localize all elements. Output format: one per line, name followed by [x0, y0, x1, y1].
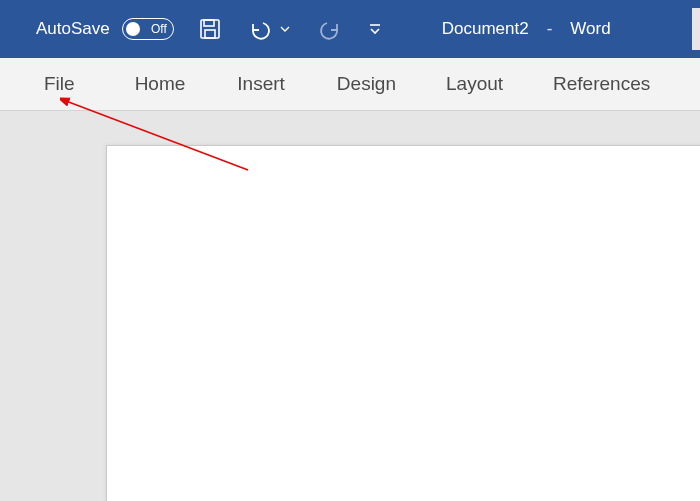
window-edge — [692, 8, 700, 50]
autosave-toggle[interactable]: Off — [122, 18, 174, 40]
ribbon-tabs: File Home Insert Design Layout Reference… — [0, 58, 700, 111]
tab-design[interactable]: Design — [325, 58, 408, 110]
svg-rect-2 — [205, 30, 215, 38]
tab-layout[interactable]: Layout — [434, 58, 515, 110]
customize-qat-icon[interactable] — [368, 15, 382, 43]
title-bar: AutoSave Off Document2 - — [0, 0, 700, 58]
tab-home[interactable]: Home — [123, 58, 198, 110]
undo-icon[interactable] — [248, 15, 274, 43]
tab-insert[interactable]: Insert — [225, 58, 297, 110]
document-title: Document2 — [442, 19, 529, 39]
autosave-label: AutoSave — [36, 19, 110, 39]
tab-insert-label: Insert — [237, 73, 285, 95]
title-separator: - — [547, 19, 553, 39]
autosave-toggle-state: Off — [151, 22, 167, 36]
tab-file[interactable]: File — [32, 58, 87, 110]
workspace — [0, 111, 700, 501]
toggle-knob — [126, 22, 140, 36]
tab-references[interactable]: References — [541, 58, 662, 110]
tab-design-label: Design — [337, 73, 396, 95]
save-icon[interactable] — [198, 15, 222, 43]
app-name: Word — [570, 19, 610, 39]
document-page[interactable] — [106, 145, 700, 501]
svg-rect-1 — [204, 20, 214, 26]
tab-references-label: References — [553, 73, 650, 95]
redo-icon[interactable] — [316, 15, 342, 43]
tab-home-label: Home — [135, 73, 186, 95]
undo-dropdown-icon[interactable] — [280, 15, 290, 43]
tab-layout-label: Layout — [446, 73, 503, 95]
tab-file-label: File — [44, 73, 75, 95]
